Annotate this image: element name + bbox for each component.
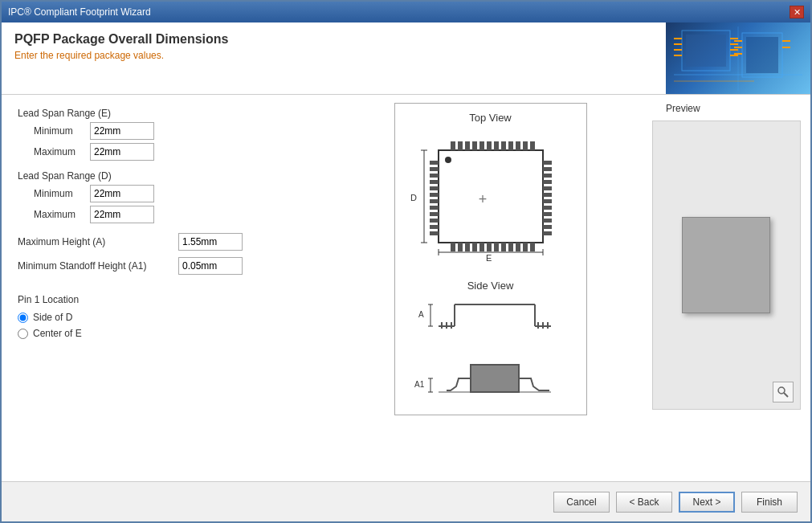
lead-span-e-min-input[interactable]	[90, 122, 154, 140]
svg-rect-52	[516, 243, 520, 251]
back-button[interactable]: < Back	[616, 492, 672, 513]
svg-line-102	[784, 393, 788, 397]
svg-rect-62	[430, 206, 439, 210]
lead-span-e-max-row: Maximum	[34, 143, 323, 161]
top-view-title: Top View	[403, 112, 578, 124]
max-height-input[interactable]	[178, 233, 243, 251]
svg-rect-65	[430, 225, 439, 229]
pin1-label: Pin 1 Location	[18, 294, 323, 305]
svg-rect-51	[508, 243, 513, 251]
svg-rect-33	[465, 141, 470, 150]
max-height-label: Maximum Height (A)	[18, 236, 178, 247]
svg-rect-39	[508, 141, 513, 150]
svg-text:+: +	[478, 191, 487, 207]
close-button[interactable]: ✕	[790, 6, 804, 18]
side-view-upper-svg: A	[406, 298, 575, 342]
diagram-box: Top View D E	[394, 103, 587, 415]
svg-rect-75	[543, 212, 552, 216]
min-label-d: Minimum	[34, 188, 90, 199]
lead-span-d-label: Lead Span Range (D)	[18, 170, 323, 182]
svg-rect-31	[451, 141, 455, 150]
svg-rect-68	[543, 167, 552, 171]
svg-rect-59	[430, 186, 439, 190]
svg-rect-72	[543, 193, 552, 197]
svg-rect-60	[430, 193, 439, 197]
svg-rect-74	[543, 206, 552, 210]
svg-rect-63	[430, 212, 439, 216]
pin1-option1-row: Side of D	[18, 312, 323, 323]
left-panel: Lead Span Range (E) Minimum Maximum Lead…	[2, 95, 339, 481]
min-label-e: Minimum	[34, 125, 90, 137]
side-view-lower-svg: A1	[406, 342, 575, 407]
svg-rect-42	[530, 141, 535, 150]
svg-point-29	[445, 157, 451, 163]
pin1-center-e-radio[interactable]	[18, 329, 28, 339]
lead-span-d-min-input[interactable]	[90, 185, 154, 202]
finish-button[interactable]: Finish	[741, 492, 798, 513]
lead-span-e-group: Lead Span Range (E) Minimum Maximum	[18, 108, 323, 161]
svg-rect-64	[430, 219, 439, 223]
tools-icon	[777, 386, 790, 398]
svg-rect-71	[543, 186, 552, 190]
svg-rect-40	[516, 141, 520, 150]
preview-chip-image	[682, 217, 770, 313]
svg-rect-32	[458, 141, 463, 150]
lead-span-e-label: Lead Span Range (E)	[18, 108, 323, 119]
window-title: IPC® Compliant Footprint Wizard	[8, 6, 151, 18]
header-decoration	[674, 27, 802, 91]
min-standoff-row: Minimum Standoff Height (A1)	[18, 257, 323, 275]
svg-rect-69	[543, 174, 552, 178]
lead-span-d-max-input[interactable]	[90, 206, 154, 223]
header-area: PQFP Package Overall Dimensions Enter th…	[2, 22, 810, 95]
svg-rect-78	[543, 231, 552, 235]
preview-box	[652, 121, 801, 410]
svg-text:E: E	[486, 253, 492, 263]
center-panel: Top View D E	[339, 95, 642, 481]
svg-rect-35	[479, 141, 484, 150]
cancel-button[interactable]: Cancel	[553, 492, 610, 513]
svg-rect-57	[430, 174, 439, 178]
svg-rect-45	[465, 243, 470, 251]
pin1-side-d-radio[interactable]	[18, 313, 28, 323]
min-standoff-input[interactable]	[178, 257, 243, 275]
svg-rect-54	[530, 243, 535, 251]
svg-rect-11	[746, 37, 778, 73]
svg-rect-55	[430, 161, 439, 165]
svg-rect-50	[501, 243, 506, 251]
svg-rect-28	[439, 150, 543, 243]
svg-text:A: A	[418, 310, 424, 319]
svg-rect-58	[430, 180, 439, 184]
next-button[interactable]: Next >	[679, 492, 735, 513]
max-label-e: Maximum	[34, 146, 90, 157]
preview-tools-button[interactable]	[773, 382, 794, 402]
svg-rect-99	[471, 365, 519, 392]
min-standoff-label: Minimum Standoff Height (A1)	[18, 260, 178, 272]
footer: Cancel < Back Next > Finish	[2, 481, 810, 521]
svg-rect-61	[430, 199, 439, 203]
header-image	[666, 22, 810, 95]
main-window: IPC® Compliant Footprint Wizard ✕ PQFP P…	[0, 0, 812, 523]
svg-rect-53	[523, 243, 528, 251]
svg-rect-48	[487, 243, 492, 251]
top-view-svg: D E +	[406, 130, 575, 263]
preview-label: Preview	[666, 103, 700, 114]
svg-point-101	[778, 387, 785, 394]
svg-rect-66	[430, 231, 439, 235]
svg-rect-44	[458, 243, 463, 251]
svg-rect-37	[494, 141, 499, 150]
svg-rect-70	[543, 180, 552, 184]
svg-rect-38	[501, 141, 506, 150]
right-panel: Preview	[642, 95, 810, 481]
lead-span-e-max-input[interactable]	[90, 143, 154, 161]
svg-text:A1: A1	[414, 380, 425, 389]
side-view-title: Side View	[403, 280, 578, 292]
title-bar: IPC® Compliant Footprint Wizard ✕	[2, 2, 810, 22]
svg-rect-41	[523, 141, 528, 150]
svg-rect-1	[686, 35, 726, 67]
svg-rect-43	[451, 243, 455, 251]
svg-rect-56	[430, 167, 439, 171]
svg-rect-73	[543, 199, 552, 203]
svg-rect-36	[487, 141, 492, 150]
svg-rect-67	[543, 161, 552, 165]
lead-span-d-max-row: Maximum	[34, 206, 323, 223]
